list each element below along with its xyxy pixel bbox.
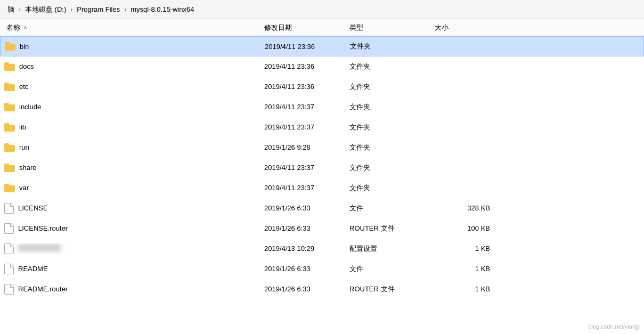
- file-name-label: LICENSE: [18, 204, 48, 212]
- file-col-name: [4, 243, 260, 254]
- sort-arrow-icon: ∧: [23, 25, 27, 30]
- file-col-date: 2019/1/26 6:33: [260, 204, 345, 212]
- file-row[interactable]: run2019/1/26 9:28文件夹: [0, 137, 644, 158]
- file-col-date: 2019/1/26 9:28: [260, 143, 345, 151]
- file-name-label: lib: [19, 123, 26, 131]
- file-name-label: docs: [19, 62, 34, 70]
- file-col-type: 文件夹: [345, 163, 430, 173]
- file-col-type: 文件夹: [345, 82, 430, 92]
- col-date-label: 修改日期: [264, 23, 292, 32]
- file-col-size: 328 KB: [430, 204, 494, 212]
- file-col-name: var: [4, 184, 260, 192]
- file-col-type: ROUTER 文件: [345, 224, 430, 233]
- file-col-type: 文件夹: [346, 42, 431, 51]
- file-name-label: bin: [20, 43, 29, 51]
- explorer-window: 脑 › 本地磁盘 (D:) › Program Files › mysql-8.…: [0, 0, 644, 334]
- folder-icon: [4, 164, 15, 172]
- file-icon: [4, 203, 14, 214]
- file-col-name: README: [4, 264, 260, 274]
- file-col-date: 2019/4/11 23:36: [260, 43, 346, 51]
- file-col-date: 2019/1/26 6:33: [260, 265, 345, 273]
- file-name-label: var: [19, 184, 29, 192]
- folder-icon: [4, 123, 15, 132]
- file-col-size: 1 KB: [430, 265, 494, 273]
- file-icon: [4, 243, 14, 254]
- folder-icon: [5, 42, 15, 51]
- file-col-type: 文件: [345, 264, 430, 274]
- col-size-label: 大小: [435, 23, 449, 32]
- file-name-label: run: [19, 143, 29, 151]
- file-icon: [4, 223, 14, 234]
- file-name-label: share: [19, 164, 37, 172]
- file-col-date: 2019/1/26 6:33: [260, 285, 345, 293]
- col-name-header[interactable]: 名称 ∧: [4, 19, 260, 36]
- file-col-type: 配置设置: [345, 244, 430, 254]
- file-col-type: 文件夹: [345, 62, 430, 71]
- file-row[interactable]: README.router2019/1/26 6:33ROUTER 文件1 KB: [0, 279, 644, 299]
- file-col-name: LICENSE: [4, 203, 260, 214]
- col-type-label: 类型: [349, 23, 363, 32]
- file-col-date: 2019/4/11 23:36: [260, 83, 345, 91]
- file-col-date: 2019/4/13 10:29: [260, 245, 345, 252]
- column-header-row: 名称 ∧ 修改日期 类型 大小: [0, 19, 644, 36]
- file-col-name: share: [4, 164, 260, 172]
- file-col-size: 100 KB: [430, 224, 494, 232]
- file-col-name: README.router: [4, 284, 260, 295]
- file-row[interactable]: LICENSE.router2019/1/26 6:33ROUTER 文件100…: [0, 218, 644, 239]
- file-row[interactable]: bin2019/4/11 23:36文件夹: [0, 36, 644, 56]
- file-col-date: 2019/4/11 23:37: [260, 123, 345, 131]
- file-name-label: include: [19, 103, 41, 111]
- file-row[interactable]: docs2019/4/11 23:36文件夹: [0, 56, 644, 77]
- file-row[interactable]: share2019/4/11 23:37文件夹: [0, 158, 644, 178]
- file-row[interactable]: README2019/1/26 6:33文件1 KB: [0, 259, 644, 279]
- file-col-date: 2019/4/11 23:37: [260, 184, 345, 192]
- file-name-label: README.router: [18, 285, 68, 293]
- file-name-label: [18, 244, 61, 253]
- breadcrumb-sep-2: ›: [124, 6, 126, 13]
- file-col-date: 2019/4/11 23:37: [260, 103, 345, 111]
- file-name-label: etc: [19, 83, 28, 91]
- file-row[interactable]: LICENSE2019/1/26 6:33文件328 KB: [0, 198, 644, 218]
- file-col-name: bin: [5, 42, 260, 51]
- file-col-name: LICENSE.router: [4, 223, 260, 234]
- folder-icon: [4, 143, 15, 152]
- col-date-header[interactable]: 修改日期: [260, 19, 345, 36]
- file-col-type: 文件: [345, 203, 430, 213]
- file-col-name: run: [4, 143, 260, 152]
- file-list: bin2019/4/11 23:36文件夹docs2019/4/11 23:36…: [0, 36, 644, 334]
- breadcrumb-bar: 脑 › 本地磁盘 (D:) › Program Files › mysql-8.…: [0, 0, 644, 19]
- file-col-name: include: [4, 103, 260, 111]
- breadcrumb-sep-1: ›: [70, 6, 72, 13]
- folder-icon: [4, 184, 15, 192]
- col-size-header[interactable]: 大小: [430, 19, 494, 36]
- breadcrumb-item-2[interactable]: Program Files: [75, 4, 122, 14]
- file-col-type: ROUTER 文件: [345, 284, 430, 294]
- file-col-type: 文件夹: [345, 183, 430, 193]
- file-col-date: 2019/4/11 23:36: [260, 62, 345, 70]
- file-row[interactable]: lib2019/4/11 23:37文件夹: [0, 117, 644, 137]
- file-name-label: LICENSE.router: [18, 224, 68, 232]
- breadcrumb-item-0[interactable]: 脑: [5, 4, 17, 15]
- file-col-name: docs: [4, 62, 260, 71]
- file-col-name: etc: [4, 83, 260, 91]
- col-name-label: 名称: [6, 23, 20, 32]
- file-col-size: 1 KB: [430, 285, 494, 293]
- folder-icon: [4, 62, 15, 71]
- file-icon: [4, 264, 14, 274]
- file-col-type: 文件夹: [345, 102, 430, 112]
- folder-icon: [4, 103, 15, 111]
- file-col-size: 1 KB: [430, 245, 494, 252]
- file-col-date: 2019/4/11 23:37: [260, 164, 345, 172]
- col-type-header[interactable]: 类型: [345, 19, 430, 36]
- breadcrumb-item-1[interactable]: 本地磁盘 (D:): [23, 4, 68, 15]
- folder-icon: [4, 83, 15, 91]
- file-row[interactable]: 2019/4/13 10:29配置设置1 KB: [0, 239, 644, 259]
- breadcrumb-item-3[interactable]: mysql-8.0.15-winx64: [128, 4, 196, 14]
- file-col-date: 2019/1/26 6:33: [260, 224, 345, 232]
- file-icon: [4, 284, 14, 295]
- file-row[interactable]: etc2019/4/11 23:36文件夹: [0, 77, 644, 97]
- file-row[interactable]: var2019/4/11 23:37文件夹: [0, 178, 644, 198]
- file-row[interactable]: include2019/4/11 23:37文件夹: [0, 97, 644, 117]
- file-col-type: 文件夹: [345, 143, 430, 152]
- file-col-type: 文件夹: [345, 123, 430, 132]
